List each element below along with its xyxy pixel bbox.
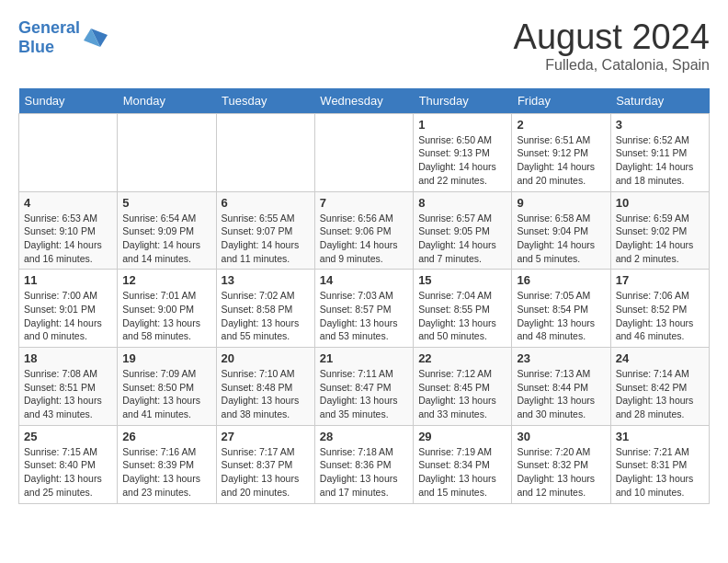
calendar-day-cell: 30Sunrise: 7:20 AM Sunset: 8:32 PM Dayli… (512, 425, 610, 503)
day-info: Sunrise: 7:04 AM Sunset: 8:55 PM Dayligh… (418, 289, 506, 343)
calendar-day-cell: 6Sunrise: 6:55 AM Sunset: 9:07 PM Daylig… (216, 191, 314, 270)
day-info: Sunrise: 7:18 AM Sunset: 8:36 PM Dayligh… (320, 445, 408, 500)
empty-cell (314, 113, 413, 191)
day-info: Sunrise: 6:57 AM Sunset: 9:05 PM Dayligh… (418, 212, 506, 266)
calendar-day-cell: 9Sunrise: 6:58 AM Sunset: 9:04 PM Daylig… (512, 191, 610, 270)
subtitle: Fulleda, Catalonia, Spain (514, 57, 710, 74)
weekday-header-wednesday: Wednesday (314, 88, 413, 114)
weekday-header-tuesday: Tuesday (216, 88, 314, 114)
day-info: Sunrise: 7:15 AM Sunset: 8:40 PM Dayligh… (24, 445, 112, 500)
calendar-header: SundayMondayTuesdayWednesdayThursdayFrid… (19, 88, 710, 114)
calendar-day-cell: 4Sunrise: 6:53 AM Sunset: 9:10 PM Daylig… (19, 191, 118, 270)
day-info: Sunrise: 6:55 AM Sunset: 9:07 PM Dayligh… (222, 212, 310, 266)
page-header: General Blue August 2024 Fulleda, Catalo… (18, 18, 710, 74)
day-number: 14 (320, 273, 408, 287)
day-info: Sunrise: 7:10 AM Sunset: 8:48 PM Dayligh… (222, 367, 310, 421)
weekday-header-row: SundayMondayTuesdayWednesdayThursdayFrid… (19, 88, 710, 114)
calendar-day-cell: 20Sunrise: 7:10 AM Sunset: 8:48 PM Dayli… (216, 348, 314, 426)
day-number: 4 (24, 196, 112, 210)
calendar-day-cell: 18Sunrise: 7:08 AM Sunset: 8:51 PM Dayli… (19, 348, 118, 426)
weekday-header-monday: Monday (118, 88, 216, 114)
calendar-week-row: 4Sunrise: 6:53 AM Sunset: 9:10 PM Daylig… (19, 191, 710, 270)
calendar-day-cell: 8Sunrise: 6:57 AM Sunset: 9:05 PM Daylig… (414, 191, 512, 270)
calendar-day-cell: 11Sunrise: 7:00 AM Sunset: 9:01 PM Dayli… (19, 270, 118, 348)
calendar-day-cell: 29Sunrise: 7:19 AM Sunset: 8:34 PM Dayli… (414, 425, 512, 503)
day-number: 12 (122, 273, 210, 287)
day-info: Sunrise: 6:50 AM Sunset: 9:13 PM Dayligh… (418, 133, 506, 188)
calendar-day-cell: 22Sunrise: 7:12 AM Sunset: 8:45 PM Dayli… (414, 348, 512, 426)
day-number: 22 (418, 351, 506, 365)
day-info: Sunrise: 7:20 AM Sunset: 8:32 PM Dayligh… (517, 445, 605, 500)
calendar-day-cell: 1Sunrise: 6:50 AM Sunset: 9:13 PM Daylig… (414, 113, 512, 191)
day-number: 27 (222, 430, 310, 443)
day-number: 9 (517, 196, 605, 210)
logo-icon (82, 24, 109, 52)
weekday-header-thursday: Thursday (414, 88, 512, 114)
day-number: 30 (517, 430, 605, 443)
day-info: Sunrise: 6:58 AM Sunset: 9:04 PM Dayligh… (517, 212, 605, 266)
day-info: Sunrise: 7:05 AM Sunset: 8:54 PM Dayligh… (517, 289, 605, 343)
calendar-week-row: 11Sunrise: 7:00 AM Sunset: 9:01 PM Dayli… (19, 270, 710, 348)
day-number: 10 (616, 196, 704, 210)
day-info: Sunrise: 6:56 AM Sunset: 9:06 PM Dayligh… (320, 212, 408, 266)
logo-text: General Blue (18, 18, 80, 56)
day-number: 6 (222, 196, 310, 210)
weekday-header-friday: Friday (512, 88, 610, 114)
day-info: Sunrise: 7:06 AM Sunset: 8:52 PM Dayligh… (616, 289, 704, 343)
calendar-body: 1Sunrise: 6:50 AM Sunset: 9:13 PM Daylig… (19, 113, 710, 503)
day-info: Sunrise: 6:51 AM Sunset: 9:12 PM Dayligh… (517, 133, 605, 188)
day-number: 29 (418, 430, 506, 443)
calendar-day-cell: 15Sunrise: 7:04 AM Sunset: 8:55 PM Dayli… (414, 270, 512, 348)
calendar-day-cell: 21Sunrise: 7:11 AM Sunset: 8:47 PM Dayli… (314, 348, 413, 426)
empty-cell (216, 113, 314, 191)
day-number: 18 (24, 351, 112, 365)
day-number: 23 (517, 351, 605, 365)
day-number: 26 (122, 430, 210, 443)
day-info: Sunrise: 7:21 AM Sunset: 8:31 PM Dayligh… (616, 445, 704, 500)
day-number: 13 (222, 273, 310, 287)
day-info: Sunrise: 7:09 AM Sunset: 8:50 PM Dayligh… (122, 367, 210, 421)
day-number: 19 (122, 351, 210, 365)
calendar-day-cell: 26Sunrise: 7:16 AM Sunset: 8:39 PM Dayli… (118, 425, 216, 503)
calendar-day-cell: 17Sunrise: 7:06 AM Sunset: 8:52 PM Dayli… (610, 270, 709, 348)
day-info: Sunrise: 7:14 AM Sunset: 8:42 PM Dayligh… (616, 367, 704, 421)
calendar-day-cell: 10Sunrise: 6:59 AM Sunset: 9:02 PM Dayli… (610, 191, 709, 270)
calendar-day-cell: 23Sunrise: 7:13 AM Sunset: 8:44 PM Dayli… (512, 348, 610, 426)
day-number: 31 (616, 430, 704, 443)
calendar-day-cell: 12Sunrise: 7:01 AM Sunset: 9:00 PM Dayli… (118, 270, 216, 348)
main-title: August 2024 (514, 18, 710, 57)
day-info: Sunrise: 7:19 AM Sunset: 8:34 PM Dayligh… (418, 445, 506, 500)
day-number: 5 (122, 196, 210, 210)
day-number: 17 (616, 273, 704, 287)
calendar-day-cell: 28Sunrise: 7:18 AM Sunset: 8:36 PM Dayli… (314, 425, 413, 503)
calendar-day-cell: 13Sunrise: 7:02 AM Sunset: 8:58 PM Dayli… (216, 270, 314, 348)
day-number: 1 (418, 118, 506, 132)
day-info: Sunrise: 6:54 AM Sunset: 9:09 PM Dayligh… (122, 212, 210, 266)
calendar-day-cell: 31Sunrise: 7:21 AM Sunset: 8:31 PM Dayli… (610, 425, 709, 503)
day-info: Sunrise: 7:03 AM Sunset: 8:57 PM Dayligh… (320, 289, 408, 343)
calendar-week-row: 18Sunrise: 7:08 AM Sunset: 8:51 PM Dayli… (19, 348, 710, 426)
day-number: 28 (320, 430, 408, 443)
day-info: Sunrise: 7:17 AM Sunset: 8:37 PM Dayligh… (222, 445, 310, 500)
calendar-day-cell: 7Sunrise: 6:56 AM Sunset: 9:06 PM Daylig… (314, 191, 413, 270)
day-number: 20 (222, 351, 310, 365)
day-info: Sunrise: 6:53 AM Sunset: 9:10 PM Dayligh… (24, 212, 112, 266)
day-number: 3 (616, 118, 704, 132)
calendar-day-cell: 3Sunrise: 6:52 AM Sunset: 9:11 PM Daylig… (610, 113, 709, 191)
day-info: Sunrise: 6:59 AM Sunset: 9:02 PM Dayligh… (616, 212, 704, 266)
logo: General Blue (18, 18, 109, 56)
day-number: 16 (517, 273, 605, 287)
day-number: 2 (517, 118, 605, 132)
calendar-day-cell: 27Sunrise: 7:17 AM Sunset: 8:37 PM Dayli… (216, 425, 314, 503)
empty-cell (19, 113, 118, 191)
calendar-table: SundayMondayTuesdayWednesdayThursdayFrid… (18, 88, 710, 504)
day-number: 24 (616, 351, 704, 365)
day-info: Sunrise: 7:01 AM Sunset: 9:00 PM Dayligh… (122, 289, 210, 343)
day-info: Sunrise: 7:13 AM Sunset: 8:44 PM Dayligh… (517, 367, 605, 421)
title-block: August 2024 Fulleda, Catalonia, Spain (514, 18, 710, 74)
calendar-day-cell: 24Sunrise: 7:14 AM Sunset: 8:42 PM Dayli… (610, 348, 709, 426)
day-info: Sunrise: 7:08 AM Sunset: 8:51 PM Dayligh… (24, 367, 112, 421)
calendar-day-cell: 2Sunrise: 6:51 AM Sunset: 9:12 PM Daylig… (512, 113, 610, 191)
weekday-header-saturday: Saturday (610, 88, 709, 114)
day-number: 21 (320, 351, 408, 365)
